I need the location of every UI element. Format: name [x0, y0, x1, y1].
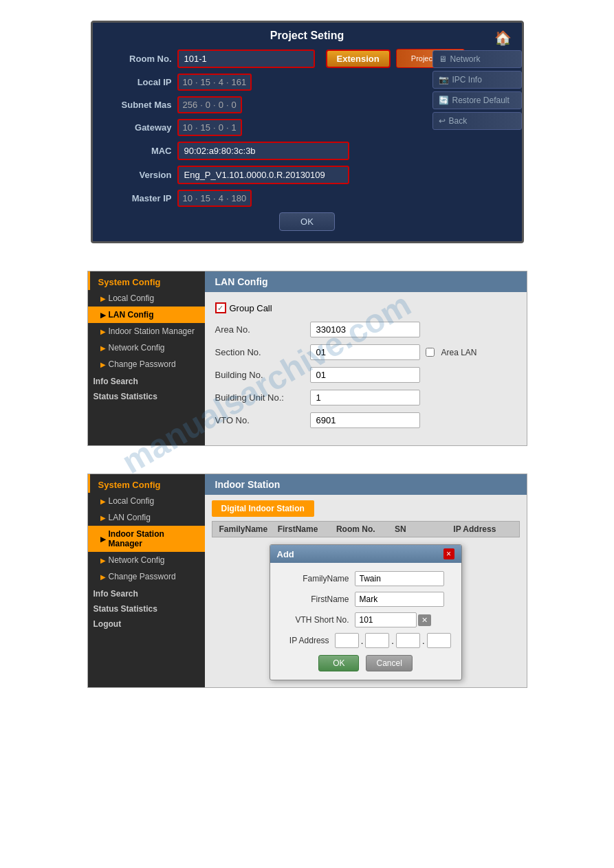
side-menu-ipc-info[interactable]: 📷IPC Info	[432, 71, 522, 89]
mac-label: MAC	[103, 146, 172, 156]
dialog-family-name-row: FamilyName	[281, 571, 451, 586]
dialog-family-name-label: FamilyName	[281, 574, 349, 583]
vto-no-input[interactable]	[310, 412, 420, 428]
area-no-label: Area No.	[215, 324, 305, 335]
arrow-icon-active: ▶	[100, 311, 106, 319]
area-lan-label: Area LAN	[441, 348, 477, 357]
dialog-vth-short-row: VTH Short No. ✕	[281, 612, 451, 627]
table-header: FamilyName FirstName Room No. SN IP Addr…	[212, 521, 520, 537]
sidebar-item-indoor-manager[interactable]: ▶ Indoor Station Manager	[88, 323, 205, 340]
lan-config-form: ✓ Group Call Area No. Section No. Area L…	[205, 292, 527, 445]
ip-part-1[interactable]	[335, 633, 359, 648]
side-menu-back[interactable]: ↩Back	[432, 112, 522, 130]
area-no-row: Area No.	[215, 322, 516, 337]
sidebar3-logout[interactable]: Logout	[88, 615, 205, 630]
ip-part-4[interactable]	[427, 633, 451, 648]
arrow-icon5: ▶	[100, 498, 106, 505]
section-no-row: Section No. Area LAN	[215, 344, 516, 360]
gateway-field[interactable]: 10·15·0·1	[177, 119, 242, 136]
dialog-close-button[interactable]: ×	[443, 548, 454, 559]
group-call-checkbox[interactable]: ✓	[215, 302, 226, 313]
version-row: Version	[103, 166, 512, 184]
sidebar-section3: System Config ▶ Local Config ▶ LAN Confi…	[88, 474, 205, 687]
ip-dot-2: .	[391, 636, 394, 646]
arrow-icon: ▶	[100, 295, 106, 302]
indoor-station-main: Indoor Station Digital Indoor Station Fa…	[205, 474, 527, 687]
sidebar-status-statistics[interactable]: Status Statistics	[88, 388, 205, 403]
building-no-input[interactable]	[310, 367, 420, 383]
col-first-name: FirstName	[278, 524, 336, 534]
local-ip-field[interactable]: 10·15·4·161	[177, 74, 252, 91]
version-input[interactable]	[177, 166, 349, 184]
dialog-cancel-button[interactable]: Cancel	[366, 655, 412, 671]
sidebar-item-change-password[interactable]: ▶ Change Password	[88, 356, 205, 372]
col-room-no: Room No.	[336, 524, 395, 534]
subnet-label: Subnet Mas	[103, 100, 172, 110]
dialog-ip-address-row: IP Address . . .	[281, 633, 451, 648]
arrow-icon6: ▶	[100, 514, 106, 522]
vto-no-row: VTO No.	[215, 412, 516, 428]
mac-input[interactable]	[177, 142, 349, 160]
sidebar3-group-system-config: System Config	[88, 474, 205, 493]
subnet-field[interactable]: 256·0·0·0	[177, 96, 242, 113]
area-no-input[interactable]	[310, 322, 420, 337]
dialog-vth-short-input[interactable]	[355, 612, 417, 627]
dialog-ok-button[interactable]: OK	[318, 655, 359, 671]
arrow-icon4: ▶	[100, 361, 106, 368]
lan-config-main: LAN Config ✓ Group Call Area No. Section…	[205, 271, 527, 445]
col-ip-address: IP Address	[453, 524, 512, 534]
section-no-label: Section No.	[215, 347, 305, 357]
dialog-ip-parts: . . .	[335, 633, 451, 648]
ip-dot-3: .	[422, 636, 425, 646]
master-ip-field[interactable]: 10·15·4·180	[177, 190, 252, 207]
section-no-input[interactable]	[310, 344, 420, 360]
area-lan-checkbox[interactable]	[426, 348, 435, 357]
sidebar3-item-local-config[interactable]: ▶ Local Config	[88, 493, 205, 509]
vth-short-clear-button[interactable]: ✕	[418, 614, 431, 626]
building-no-label: Building No.	[215, 370, 305, 380]
dialog-title: Add	[277, 549, 294, 559]
indoor-station-tab-header: Indoor Station	[205, 474, 527, 495]
sidebar-item-network-config[interactable]: ▶ Network Config	[88, 340, 205, 356]
master-ip-row: Master IP 10·15·4·180	[103, 190, 512, 207]
dialog-buttons: OK Cancel	[281, 655, 451, 671]
dialog-ip-label: IP Address	[281, 636, 329, 645]
side-menu-restore-default[interactable]: 🔄Restore Default	[432, 91, 522, 109]
ip-part-2[interactable]	[365, 633, 389, 648]
digital-indoor-station-tab[interactable]: Digital Indoor Station	[212, 500, 314, 517]
dialog-vth-short-label: VTH Short No.	[281, 615, 349, 625]
room-no-input[interactable]	[177, 49, 315, 68]
sidebar-item-lan-config[interactable]: ▶ LAN Config	[88, 307, 205, 323]
arrow-icon2: ▶	[100, 328, 106, 335]
arrow-icon8: ▶	[100, 557, 106, 564]
sidebar3-info-search[interactable]: Info Search	[88, 585, 205, 600]
project-setting-panel: Project Seting 🏠 Room No. Extension Proj…	[91, 21, 524, 243]
extension-button[interactable]: Extension	[326, 49, 391, 68]
side-menu-network[interactable]: 🖥Network	[432, 50, 522, 68]
dialog-first-name-input[interactable]	[355, 592, 444, 607]
project-ok-button[interactable]: OK	[279, 212, 335, 231]
ip-part-3[interactable]	[396, 633, 420, 648]
dialog-family-name-input[interactable]	[355, 571, 444, 586]
sidebar3-item-indoor-manager[interactable]: ▶ Indoor Station Manager	[88, 526, 205, 552]
home-icon[interactable]: 🏠	[494, 30, 512, 46]
arrow-icon7: ▶	[100, 535, 106, 543]
sidebar3-item-network-config[interactable]: ▶ Network Config	[88, 552, 205, 568]
local-ip-label: Local IP	[103, 77, 172, 87]
room-no-label: Room No.	[103, 54, 172, 64]
building-unit-label: Building Unit No.:	[215, 392, 305, 403]
add-dialog-overlay: Add × FamilyName FirstName	[212, 544, 520, 680]
sidebar3-item-lan-config[interactable]: ▶ LAN Config	[88, 509, 205, 526]
group-call-row: ✓ Group Call	[215, 302, 516, 313]
col-sn: SN	[395, 524, 453, 534]
building-unit-input[interactable]	[310, 390, 420, 405]
arrow-icon9: ▶	[100, 573, 106, 581]
sidebar-info-search[interactable]: Info Search	[88, 372, 205, 388]
ip-dot-1: .	[361, 636, 364, 646]
sidebar-item-local-config[interactable]: ▶ Local Config	[88, 290, 205, 307]
sidebar3-status-statistics[interactable]: Status Statistics	[88, 600, 205, 615]
dialog-title-bar: Add ×	[270, 545, 461, 563]
dialog-body: FamilyName FirstName VTH Short No.	[270, 563, 461, 680]
sidebar3-item-change-password[interactable]: ▶ Change Password	[88, 568, 205, 585]
indoor-station-panel: System Config ▶ Local Config ▶ LAN Confi…	[87, 474, 527, 688]
